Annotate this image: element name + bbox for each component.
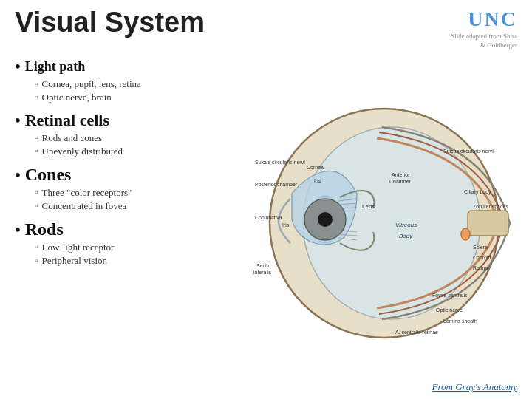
svg-text:Posterior chamber: Posterior chamber — [255, 182, 298, 187]
sub-bullet-rods-cones: Rods and cones — [35, 132, 236, 144]
section-rods: Rods Low-light receptor Peripheral visio… — [15, 219, 236, 267]
sub-bullet-color-receptors: Three "color receptors" — [35, 187, 236, 199]
svg-text:Cornea: Cornea — [307, 165, 324, 170]
bullet-main-cones: Cones — [15, 165, 236, 185]
bullet-main-light-path: Light path — [15, 57, 236, 76]
sub-bullet-unevenly: Unevenly distributed — [35, 146, 236, 157]
sub-bullet-low-light: Low-light receptor — [35, 242, 236, 253]
svg-text:Chamber: Chamber — [389, 179, 411, 184]
bullet-main-rods: Rods — [15, 219, 236, 239]
svg-text:Choroid: Choroid — [473, 255, 491, 260]
svg-text:Zonular spaces: Zonular spaces — [473, 204, 508, 210]
svg-text:Lamina sheath: Lamina sheath — [443, 318, 477, 324]
section-cones: Cones Three "color receptors" Concentrat… — [15, 165, 236, 212]
svg-text:Iris: Iris — [282, 222, 290, 228]
svg-text:Lens: Lens — [362, 203, 375, 210]
svg-text:Vitreous: Vitreous — [395, 222, 417, 228]
svg-text:Fovea centralis: Fovea centralis — [432, 293, 468, 298]
svg-text:Sulcus circularis nervl: Sulcus circularis nervl — [443, 149, 494, 154]
svg-text:Retina: Retina — [473, 265, 488, 270]
unc-logo: UNC — [468, 7, 517, 31]
sub-bullets-cones: Three "color receptors" Concentrated in … — [15, 187, 236, 212]
slide-credit: Slide adapted from Shira& Goldberger — [451, 33, 517, 50]
svg-point-6 — [461, 228, 470, 240]
sub-bullets-retinal-cells: Rods and cones Unevenly distributed — [15, 132, 236, 157]
svg-text:Iris: Iris — [314, 178, 321, 183]
main-content: Light path Cornea, pupil, lens, retina O… — [0, 50, 532, 389]
svg-text:lateralis: lateralis — [253, 270, 272, 275]
section-retinal-cells: Retinal cells Rods and cones Unevenly di… — [15, 111, 236, 157]
svg-text:Anterior: Anterior — [392, 172, 410, 177]
eye-diagram-panel: Sulcus circularis nervl Sulcus circulari… — [244, 57, 517, 382]
left-panel: Light path Cornea, pupil, lens, retina O… — [15, 57, 244, 382]
sub-bullets-light-path: Cornea, pupil, lens, retina Optic nerve,… — [15, 78, 236, 103]
svg-text:Conjunctiva: Conjunctiva — [255, 215, 282, 221]
bullet-main-retinal-cells: Retinal cells — [15, 111, 236, 130]
svg-rect-5 — [468, 211, 508, 236]
svg-point-4 — [318, 212, 332, 227]
svg-text:Ciliary body: Ciliary body — [464, 189, 491, 195]
header-right: UNC Slide adapted from Shira& Goldberger — [451, 7, 517, 50]
section-light-path: Light path Cornea, pupil, lens, retina O… — [15, 57, 236, 103]
svg-text:Sulcus circularis nervl: Sulcus circularis nervl — [255, 160, 305, 165]
svg-text:Sclera: Sclera — [473, 245, 488, 250]
svg-text:Optic nerve: Optic nerve — [436, 307, 463, 313]
page-title: Visual System — [15, 7, 205, 38]
sub-bullet-cornea: Cornea, pupil, lens, retina — [35, 78, 236, 90]
sub-bullet-optic: Optic nerve, brain — [35, 92, 236, 103]
footer-link[interactable]: From Gray's Anatomy — [432, 381, 517, 393]
sub-bullets-rods: Low-light receptor Peripheral vision — [15, 242, 236, 267]
svg-text:Sectio: Sectio — [256, 263, 271, 268]
sub-bullet-fovea: Concentrated in fovea — [35, 200, 236, 212]
svg-text:A. centralis retinae: A. centralis retinae — [395, 330, 438, 335]
eye-anatomy-diagram: Sulcus circularis nervl Sulcus circulari… — [248, 79, 514, 360]
sub-bullet-peripheral: Peripheral vision — [35, 255, 236, 267]
svg-text:Body: Body — [399, 233, 413, 239]
page-header: Visual System UNC Slide adapted from Shi… — [0, 0, 532, 50]
